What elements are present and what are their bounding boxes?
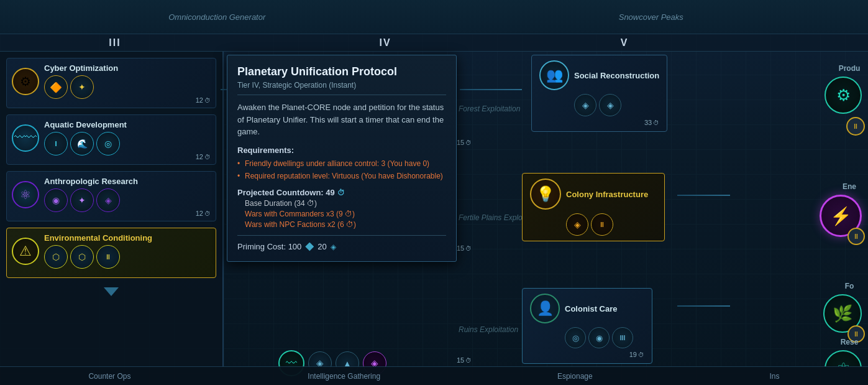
tooltip-title: Planetary Unification Protocol — [237, 65, 446, 78]
center-cost-15-mid: 15⏱ — [457, 244, 472, 252]
tooltip-subtitle: Tier IV, Strategic Operation (Instant) — [237, 81, 446, 95]
anthro-cost: 12 ⏱ — [196, 210, 211, 217]
left-panel: ⚙ Cyber Optimization 🔶 ✦ 12 ⏱ 〰〰 Aquat — [0, 52, 224, 366]
ruins-exploitation-label: Ruins Exploitation — [459, 325, 518, 334]
cyber-optimization-title: Cyber Optimization — [44, 63, 118, 73]
top-bar: Omniconduction Generator Snowcover Peaks — [0, 0, 868, 34]
colony-icon: 💡 — [530, 179, 561, 210]
cyber-sub-icon-2: ✦ — [70, 75, 94, 99]
tier-header: III IV V — [0, 34, 868, 52]
forest-exploitation-label: Forest Exploitation — [459, 104, 520, 113]
bottom-label-3: Espionage — [557, 372, 593, 381]
colonist-sub-icon-1: ◎ — [565, 327, 586, 348]
anthro-sub-icon-2: ✦ — [70, 188, 94, 212]
colonist-sub-icon-2: ◉ — [588, 327, 610, 348]
env-sub-icon-3: II — [96, 245, 120, 269]
env-title: Environmental Conditioning — [44, 233, 152, 243]
social-reconstruction-title: Social Reconstruction — [574, 71, 659, 80]
tooltip-description: Awaken the Planet-CORE node and petition… — [237, 101, 446, 138]
cyber-sub-icon-1: 🔶 — [44, 75, 68, 99]
center-cost-15-top: 15⏱ — [457, 139, 472, 146]
bottom-label-4: Ins — [770, 372, 780, 381]
colonist-cost: 19⏱ — [530, 351, 644, 358]
anthro-main-icon: ⚛ — [12, 181, 39, 208]
location1-label: Omniconduction Generator — [168, 12, 265, 22]
countdown-section: Projected Countdown: 49 ⏱ Base Duration … — [237, 188, 446, 229]
far-right-label-2: Ene — [831, 182, 868, 191]
aquatic-sub-icon-1: I — [44, 132, 68, 155]
tech-card-aquatic-development[interactable]: 〰〰 Aquatic Development I 🌊 ◎ 12 ⏱ — [6, 114, 216, 165]
env-main-icon: ⚠ — [12, 238, 39, 265]
far-right-label-1: Produ — [831, 64, 868, 73]
far-right-badge-2: II — [847, 228, 865, 245]
colony-title: Colony Infrastructure — [566, 190, 648, 199]
tech-card-cyber-optimization[interactable]: ⚙ Cyber Optimization 🔶 ✦ 12 ⏱ — [6, 58, 216, 108]
tier3-label: III — [109, 37, 121, 48]
colonist-care-card[interactable]: 👤 Colonist Care ◎ ◉ III 19⏱ — [522, 288, 652, 364]
aquatic-sub-icon-2: 🌊 — [70, 132, 94, 155]
countdown-item-2: Wars with Commanders x3 (9 ⏱) — [245, 210, 446, 218]
countdown-item-1: Base Duration (34 ⏱) — [245, 199, 446, 208]
far-right-badge-1: II — [846, 117, 865, 136]
tech-card-environmental[interactable]: ⚠ Environmental Conditioning ⬡ ⬡ II — [6, 228, 216, 278]
crystal-icon — [305, 243, 314, 251]
bottom-bar: Counter Ops Intelligence Gathering Espio… — [0, 366, 868, 385]
countdown-title: Projected Countdown: 49 ⏱ — [237, 188, 446, 197]
far-right-label-4: Rese — [831, 338, 868, 346]
conn-line-4 — [677, 305, 730, 307]
requirements-title: Requirements: — [237, 146, 446, 155]
cyber-optimization-sub-icons: 🔶 ✦ — [44, 75, 118, 99]
far-right-gear-icon: ⚙ — [825, 77, 862, 114]
anthro-sub-icons: ◉ ✦ ◈ — [44, 188, 138, 212]
colony-sub-icon-2: II — [591, 213, 613, 236]
aquatic-main-icon: 〰〰 — [12, 124, 39, 152]
social-sub-icon-2: ◈ — [599, 94, 621, 116]
tooltip-divider — [237, 235, 446, 236]
tier5-label: V — [621, 37, 629, 48]
far-right-area: ⚙ II Produ ⚡ II Ene 🌿 II Fo ⚛ II Rese — [756, 52, 868, 366]
scroll-down-arrow — [104, 287, 119, 296]
conn-line-2 — [460, 89, 522, 90]
colony-sub-icon-1: ◈ — [566, 213, 588, 236]
bottom-label-1: Counter Ops — [88, 372, 130, 381]
center-cost-15-bot: 15⏱ — [457, 356, 472, 364]
aquatic-title: Aquatic Development — [44, 120, 127, 129]
far-right-research-icon: ⚛ — [825, 350, 862, 366]
anthro-sub-icon-3: ◈ — [96, 188, 120, 212]
tier4-label: IV — [379, 37, 391, 48]
aquatic-sub-icon-3: ◎ — [96, 132, 120, 155]
social-reconstruction-card[interactable]: 👥 Social Reconstruction ◈ ◈ 33⏱ — [531, 55, 667, 132]
far-right-label-3: Fo — [831, 282, 868, 290]
requirement-1: Friendly dwellings under alliance contro… — [237, 159, 446, 169]
anthro-sub-icon-1: ◉ — [44, 188, 68, 212]
colonist-icon: 👤 — [530, 294, 560, 323]
priming-cost: Priming Cost: 100 20 ◈ — [237, 242, 446, 251]
aquatic-cost: 12 ⏱ — [196, 153, 211, 160]
colony-infrastructure-card[interactable]: 💡 Colony Infrastructure ◈ II — [522, 173, 665, 241]
tooltip-panel: Planetary Unification Protocol Tier IV, … — [227, 55, 457, 262]
conn-line-3 — [677, 195, 730, 196]
tech-card-anthropologic[interactable]: ⚛ Anthropologic Research ◉ ✦ ◈ 12 ⏱ — [6, 171, 216, 221]
social-sub-icon-1: ◈ — [574, 94, 596, 116]
cyber-optimization-main-icon: ⚙ — [12, 68, 39, 95]
requirement-2: Required reputation level: Virtuous (You… — [237, 171, 446, 182]
env-sub-icon-2: ⬡ — [70, 245, 94, 269]
anthro-title: Anthropologic Research — [44, 177, 138, 186]
env-sub-icons: ⬡ ⬡ II — [44, 245, 152, 269]
bottom-label-2: Intelligence Gathering — [308, 372, 380, 381]
env-sub-icon-1: ⬡ — [44, 245, 68, 269]
countdown-item-3: Wars with NPC Factions x2 (6 ⏱) — [245, 220, 446, 229]
colonist-title: Colonist Care — [565, 304, 618, 313]
aquatic-sub-icons: I 🌊 ◎ — [44, 132, 127, 155]
social-reconstruction-cost: 33⏱ — [539, 119, 659, 126]
colonist-sub-icon-3: III — [612, 327, 633, 348]
content-area: ⚙ Cyber Optimization 🔶 ✦ 12 ⏱ 〰〰 Aquat — [0, 52, 868, 366]
cyber-optimization-cost: 12 ⏱ — [196, 96, 211, 104]
social-reconstruction-icon: 👥 — [539, 60, 569, 90]
location2-label: Snowcover Peaks — [619, 12, 683, 22]
